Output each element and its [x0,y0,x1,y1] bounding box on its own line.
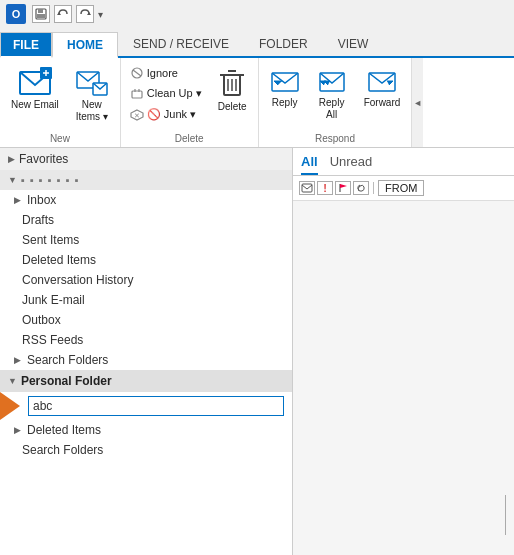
from-label: FROM [385,182,417,194]
ignore-label: Ignore [147,67,178,79]
flag-filter-icon[interactable] [335,181,351,195]
account-header[interactable]: ▼ ▪ ▪ ▪ ▪ ▪ ▪ ▪ [0,170,292,190]
inbox-item[interactable]: ▶ Inbox [0,190,292,210]
delete-label: Delete [218,101,247,113]
tab-folder[interactable]: FOLDER [244,30,323,56]
tab-send-receive[interactable]: SEND / RECEIVE [118,30,244,56]
ribbon-tabs: FILE HOME SEND / RECEIVE FOLDER VIEW [0,28,514,58]
right-tabs: All Unread [293,148,514,176]
redo-button[interactable] [76,5,94,23]
new-items-button[interactable]: NewItems ▾ [68,62,116,128]
sent-items-item[interactable]: Sent Items [0,230,292,250]
junk-email-label: Junk E-mail [22,293,85,307]
new-items-label: NewItems ▾ [76,99,108,123]
main-area: ▶ Favorites ▼ ▪ ▪ ▪ ▪ ▪ ▪ ▪ ▶ Inbox Draf… [0,148,514,555]
pf-search-folders-label: Search Folders [22,443,103,457]
delete-button[interactable]: Delete [211,62,254,118]
junk-email-item[interactable]: Junk E-mail [0,290,292,310]
customize-arrow[interactable]: ▾ [98,9,103,20]
tab-file[interactable]: FILE [0,32,52,58]
svg-text:✕: ✕ [134,112,140,119]
undo-button[interactable] [54,5,72,23]
personal-folder-header[interactable]: ▼ Personal Folder [0,370,292,392]
favorites-label: Favorites [19,152,68,166]
from-filter[interactable]: FROM [378,180,424,196]
svg-marker-4 [87,12,91,15]
pf-deleted-items-label: Deleted Items [27,423,101,437]
svg-rect-27 [302,184,312,192]
delete-group-label: Delete [125,133,254,147]
deleted-items-item[interactable]: Deleted Items [0,250,292,270]
filter-bar: ! FROM [293,176,514,201]
orange-arrow [0,392,20,420]
envelope-filter-icon[interactable] [299,181,315,195]
app-icon: O [6,4,26,24]
personal-folder-label: Personal Folder [21,374,112,388]
ignore-button[interactable]: Ignore [125,64,207,82]
account-chevron: ▼ [8,175,17,185]
inbox-label: Inbox [27,193,56,207]
drafts-label: Drafts [22,213,54,227]
pf-deleted-chevron: ▶ [14,425,21,435]
ribbon: New Email NewItems ▾ New [0,58,514,148]
title-bar-tools: ▾ [32,5,103,23]
search-folders-item[interactable]: ▶ Search Folders [0,350,292,370]
forward-button[interactable]: Forward [357,62,408,114]
favorites-chevron: ▶ [8,154,15,164]
right-pane: All Unread ! [293,148,514,555]
new-email-button[interactable]: New Email [4,62,66,116]
deleted-items-label: Deleted Items [22,253,96,267]
svg-marker-3 [57,12,61,15]
tab-home[interactable]: HOME [52,32,118,58]
junk-label: 🚫 Junk ▾ [147,108,196,121]
abc-input-container [20,394,292,418]
conversation-history-label: Conversation History [22,273,133,287]
rss-feeds-label: RSS Feeds [22,333,83,347]
tab-all[interactable]: All [301,154,318,175]
title-bar: O ▾ [0,0,514,28]
conversation-history-item[interactable]: Conversation History [0,270,292,290]
svg-rect-2 [37,14,45,18]
favorites-header[interactable]: ▶ Favorites [0,148,292,170]
svg-rect-13 [132,91,142,98]
left-pane: ▶ Favorites ▼ ▪ ▪ ▪ ▪ ▪ ▪ ▪ ▶ Inbox Draf… [0,148,293,555]
exclaim-filter-icon[interactable]: ! [317,181,333,195]
abc-input[interactable] [28,396,284,416]
svg-line-12 [133,70,141,76]
clean-up-label: Clean Up ▾ [147,87,202,100]
respond-group-label: Respond [263,133,408,147]
search-folders-label: Search Folders [27,353,108,367]
outbox-item[interactable]: Outbox [0,310,292,330]
reply-all-button[interactable]: ReplyAll [309,62,355,126]
pf-deleted-items-item[interactable]: ▶ Deleted Items [0,420,292,440]
rss-feeds-item[interactable]: RSS Feeds [0,330,292,350]
forward-label: Forward [364,97,401,109]
save-icon[interactable] [32,5,50,23]
paperclip-filter-icon[interactable] [353,181,369,195]
ribbon-collapse[interactable]: ◄ [411,58,423,147]
personal-folder-chevron: ▼ [8,376,17,386]
tab-unread[interactable]: Unread [330,154,373,175]
clean-up-button[interactable]: Clean Up ▾ [125,84,207,103]
svg-rect-1 [38,9,43,13]
search-folders-chevron: ▶ [14,355,21,365]
filter-separator [373,182,374,194]
drafts-item[interactable]: Drafts [0,210,292,230]
reply-label: Reply [272,97,298,109]
reply-button[interactable]: Reply [263,62,307,114]
account-label: ▪ ▪ ▪ ▪ ▪ ▪ ▪ [21,174,80,186]
reply-all-label: ReplyAll [319,97,345,121]
junk-button[interactable]: ✕ 🚫 Junk ▾ [125,105,207,124]
new-email-label: New Email [11,99,59,111]
svg-marker-29 [340,184,347,188]
inbox-chevron: ▶ [14,195,21,205]
sent-items-label: Sent Items [22,233,79,247]
new-group-label: New [4,133,116,147]
vertical-line [505,495,506,535]
tab-view[interactable]: VIEW [323,30,384,56]
abc-row [0,392,292,420]
pf-search-folders-item[interactable]: Search Folders [0,440,292,460]
outbox-label: Outbox [22,313,61,327]
